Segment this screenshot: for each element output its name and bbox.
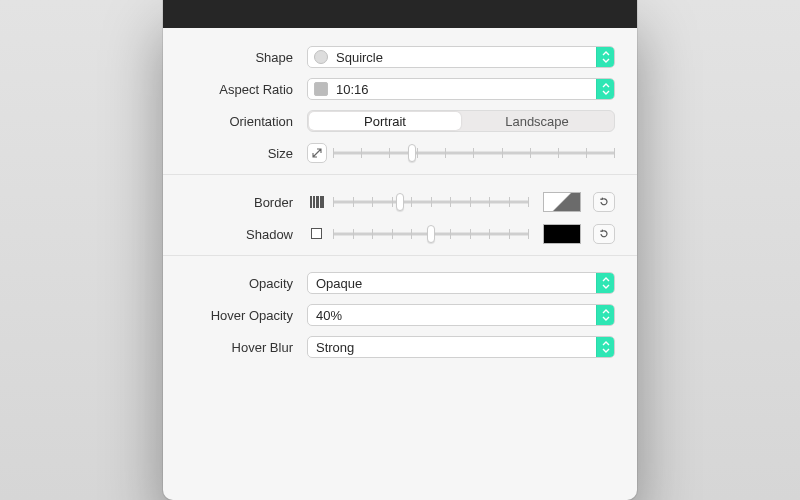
hover-blur-stepper-icon[interactable]	[596, 336, 614, 358]
shape-label: Shape	[185, 50, 307, 65]
orientation-portrait[interactable]: Portrait	[309, 112, 461, 130]
orientation-segmented: Portrait Landscape	[307, 110, 615, 132]
border-thumb[interactable]	[396, 193, 404, 211]
shape-select[interactable]: Squircle	[307, 46, 615, 68]
row-shadow: Shadow	[185, 223, 615, 245]
titlebar[interactable]	[163, 0, 637, 28]
row-hover-opacity: Hover Opacity 40%	[185, 304, 615, 326]
row-size: Size	[185, 142, 615, 164]
shadow-label: Shadow	[185, 227, 307, 242]
hover-blur-value: Strong	[308, 340, 596, 355]
size-slider[interactable]	[333, 142, 615, 164]
opacity-select[interactable]: Opaque	[307, 272, 615, 294]
orientation-label: Orientation	[185, 114, 307, 129]
aspect-stepper-icon[interactable]	[596, 78, 614, 100]
border-thickness-icon[interactable]	[307, 192, 327, 212]
settings-window: Shape Squircle Aspect Ratio 10:16	[163, 0, 637, 500]
hover-opacity-value: 40%	[308, 308, 596, 323]
shadow-color-well[interactable]	[543, 224, 581, 244]
row-shape: Shape Squircle	[185, 46, 615, 68]
aspect-value: 10:16	[334, 82, 596, 97]
row-hover-blur: Hover Blur Strong	[185, 336, 615, 358]
opacity-value: Opaque	[308, 276, 596, 291]
shadow-reset-button[interactable]	[593, 224, 615, 244]
opacity-stepper-icon[interactable]	[596, 272, 614, 294]
slider-ticks	[333, 148, 615, 158]
size-expand-icon[interactable]	[307, 143, 327, 163]
hover-opacity-label: Hover Opacity	[185, 308, 307, 323]
shape-value: Squircle	[334, 50, 596, 65]
border-slider[interactable]	[333, 191, 529, 213]
shadow-slider[interactable]	[333, 223, 529, 245]
hover-blur-label: Hover Blur	[185, 340, 307, 355]
hover-blur-select[interactable]: Strong	[307, 336, 615, 358]
hover-opacity-stepper-icon[interactable]	[596, 304, 614, 326]
shape-stepper-icon[interactable]	[596, 46, 614, 68]
settings-content: Shape Squircle Aspect Ratio 10:16	[163, 28, 637, 388]
shadow-thumb[interactable]	[427, 225, 435, 243]
shape-swatch-icon	[314, 50, 328, 64]
border-reset-button[interactable]	[593, 192, 615, 212]
hover-opacity-select[interactable]: 40%	[307, 304, 615, 326]
opacity-label: Opacity	[185, 276, 307, 291]
aspect-label: Aspect Ratio	[185, 82, 307, 97]
row-aspect: Aspect Ratio 10:16	[185, 78, 615, 100]
border-color-well[interactable]	[543, 192, 581, 212]
row-orientation: Orientation Portrait Landscape	[185, 110, 615, 132]
aspect-swatch-icon	[314, 82, 328, 96]
size-thumb[interactable]	[408, 144, 416, 162]
row-border: Border	[185, 191, 615, 213]
divider-2	[163, 255, 637, 256]
size-label: Size	[185, 146, 307, 161]
border-label: Border	[185, 195, 307, 210]
row-opacity: Opacity Opaque	[185, 272, 615, 294]
orientation-landscape[interactable]: Landscape	[461, 112, 613, 130]
shadow-icon[interactable]	[307, 224, 327, 244]
divider-1	[163, 174, 637, 175]
aspect-select[interactable]: 10:16	[307, 78, 615, 100]
